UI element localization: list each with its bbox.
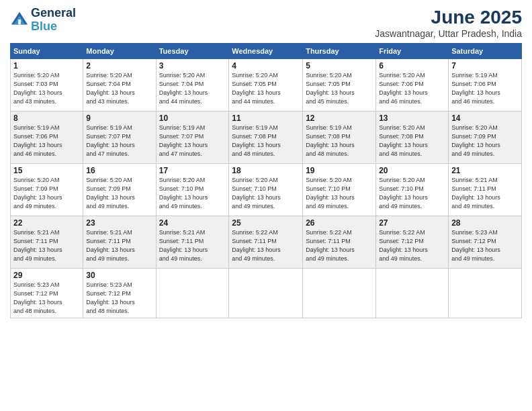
day-info: Sunrise: 5:20 AM Sunset: 7:09 PM Dayligh… bbox=[86, 176, 152, 211]
calendar-cell bbox=[449, 269, 522, 318]
day-number: 4 bbox=[232, 61, 300, 71]
day-number: 26 bbox=[306, 218, 373, 228]
calendar: SundayMondayTuesdayWednesdayThursdayFrid… bbox=[10, 43, 522, 318]
day-info: Sunrise: 5:21 AM Sunset: 7:11 PM Dayligh… bbox=[86, 228, 152, 263]
day-number: 8 bbox=[13, 113, 80, 123]
calendar-cell: 2Sunrise: 5:20 AM Sunset: 7:04 PM Daylig… bbox=[83, 59, 156, 111]
day-info: Sunrise: 5:19 AM Sunset: 7:08 PM Dayligh… bbox=[306, 124, 373, 158]
col-header-tuesday: Tuesday bbox=[156, 44, 229, 59]
calendar-cell: 19Sunrise: 5:20 AM Sunset: 7:10 PM Dayli… bbox=[303, 164, 376, 216]
calendar-cell: 1Sunrise: 5:20 AM Sunset: 7:03 PM Daylig… bbox=[11, 59, 83, 111]
day-info: Sunrise: 5:20 AM Sunset: 7:03 PM Dayligh… bbox=[13, 71, 80, 106]
day-info: Sunrise: 5:23 AM Sunset: 7:12 PM Dayligh… bbox=[86, 281, 152, 316]
calendar-cell: 13Sunrise: 5:20 AM Sunset: 7:08 PM Dayli… bbox=[376, 111, 449, 164]
day-info: Sunrise: 5:21 AM Sunset: 7:11 PM Dayligh… bbox=[159, 228, 226, 263]
calendar-cell bbox=[303, 269, 376, 318]
calendar-cell: 4Sunrise: 5:20 AM Sunset: 7:05 PM Daylig… bbox=[229, 59, 303, 111]
day-info: Sunrise: 5:20 AM Sunset: 7:04 PM Dayligh… bbox=[159, 71, 226, 106]
calendar-cell: 8Sunrise: 5:19 AM Sunset: 7:06 PM Daylig… bbox=[11, 111, 83, 164]
day-number: 24 bbox=[159, 218, 226, 228]
day-number: 16 bbox=[86, 166, 152, 175]
day-number: 1 bbox=[13, 61, 80, 71]
day-number: 18 bbox=[232, 166, 300, 175]
location: Jaswantnagar, Uttar Pradesh, India bbox=[375, 28, 522, 39]
calendar-cell: 25Sunrise: 5:22 AM Sunset: 7:11 PM Dayli… bbox=[229, 216, 303, 269]
calendar-cell: 17Sunrise: 5:20 AM Sunset: 7:10 PM Dayli… bbox=[156, 164, 229, 216]
calendar-cell: 6Sunrise: 5:20 AM Sunset: 7:06 PM Daylig… bbox=[376, 59, 449, 111]
day-number: 29 bbox=[13, 271, 80, 280]
day-info: Sunrise: 5:20 AM Sunset: 7:09 PM Dayligh… bbox=[451, 124, 519, 158]
day-number: 20 bbox=[379, 166, 445, 175]
day-info: Sunrise: 5:22 AM Sunset: 7:11 PM Dayligh… bbox=[232, 228, 300, 263]
logo-icon bbox=[10, 11, 29, 30]
day-info: Sunrise: 5:19 AM Sunset: 7:07 PM Dayligh… bbox=[86, 124, 152, 158]
header: General Blue June 2025 Jaswantnagar, Utt… bbox=[10, 7, 522, 39]
day-number: 2 bbox=[86, 61, 152, 71]
week-row-5: 29Sunrise: 5:23 AM Sunset: 7:12 PM Dayli… bbox=[11, 269, 522, 318]
calendar-cell bbox=[376, 269, 449, 318]
calendar-cell: 23Sunrise: 5:21 AM Sunset: 7:11 PM Dayli… bbox=[83, 216, 156, 269]
calendar-cell bbox=[156, 269, 229, 318]
calendar-cell: 11Sunrise: 5:19 AM Sunset: 7:08 PM Dayli… bbox=[229, 111, 303, 164]
day-info: Sunrise: 5:19 AM Sunset: 7:07 PM Dayligh… bbox=[159, 124, 226, 158]
calendar-cell: 27Sunrise: 5:22 AM Sunset: 7:12 PM Dayli… bbox=[376, 216, 449, 269]
day-info: Sunrise: 5:22 AM Sunset: 7:11 PM Dayligh… bbox=[306, 228, 373, 263]
week-row-2: 8Sunrise: 5:19 AM Sunset: 7:06 PM Daylig… bbox=[11, 111, 522, 164]
day-number: 11 bbox=[232, 113, 300, 123]
day-info: Sunrise: 5:21 AM Sunset: 7:11 PM Dayligh… bbox=[13, 228, 80, 263]
month-title: June 2025 bbox=[375, 7, 522, 28]
day-info: Sunrise: 5:20 AM Sunset: 7:09 PM Dayligh… bbox=[13, 176, 80, 211]
calendar-cell bbox=[229, 269, 303, 318]
day-number: 6 bbox=[379, 61, 445, 71]
day-info: Sunrise: 5:20 AM Sunset: 7:06 PM Dayligh… bbox=[379, 71, 445, 106]
calendar-cell: 14Sunrise: 5:20 AM Sunset: 7:09 PM Dayli… bbox=[449, 111, 522, 164]
col-header-saturday: Saturday bbox=[449, 44, 522, 59]
col-header-wednesday: Wednesday bbox=[229, 44, 303, 59]
day-info: Sunrise: 5:21 AM Sunset: 7:11 PM Dayligh… bbox=[451, 176, 519, 211]
calendar-cell: 5Sunrise: 5:20 AM Sunset: 7:05 PM Daylig… bbox=[303, 59, 376, 111]
logo-line1: General bbox=[31, 7, 76, 20]
week-row-1: 1Sunrise: 5:20 AM Sunset: 7:03 PM Daylig… bbox=[11, 59, 522, 111]
day-number: 22 bbox=[13, 218, 80, 228]
day-info: Sunrise: 5:23 AM Sunset: 7:12 PM Dayligh… bbox=[451, 228, 519, 263]
calendar-cell: 30Sunrise: 5:23 AM Sunset: 7:12 PM Dayli… bbox=[83, 269, 156, 318]
col-header-thursday: Thursday bbox=[303, 44, 376, 59]
calendar-cell: 18Sunrise: 5:20 AM Sunset: 7:10 PM Dayli… bbox=[229, 164, 303, 216]
calendar-cell: 29Sunrise: 5:23 AM Sunset: 7:12 PM Dayli… bbox=[11, 269, 83, 318]
day-info: Sunrise: 5:19 AM Sunset: 7:06 PM Dayligh… bbox=[13, 124, 80, 158]
day-info: Sunrise: 5:20 AM Sunset: 7:05 PM Dayligh… bbox=[232, 71, 300, 106]
day-info: Sunrise: 5:20 AM Sunset: 7:10 PM Dayligh… bbox=[232, 176, 300, 211]
day-info: Sunrise: 5:20 AM Sunset: 7:10 PM Dayligh… bbox=[379, 176, 445, 211]
week-row-4: 22Sunrise: 5:21 AM Sunset: 7:11 PM Dayli… bbox=[11, 216, 522, 269]
day-number: 5 bbox=[306, 61, 373, 71]
calendar-cell: 7Sunrise: 5:19 AM Sunset: 7:06 PM Daylig… bbox=[449, 59, 522, 111]
day-info: Sunrise: 5:19 AM Sunset: 7:08 PM Dayligh… bbox=[232, 124, 300, 158]
calendar-cell: 10Sunrise: 5:19 AM Sunset: 7:07 PM Dayli… bbox=[156, 111, 229, 164]
day-number: 13 bbox=[379, 113, 445, 123]
week-row-3: 15Sunrise: 5:20 AM Sunset: 7:09 PM Dayli… bbox=[11, 164, 522, 216]
day-number: 23 bbox=[86, 218, 152, 228]
title-block: June 2025 Jaswantnagar, Uttar Pradesh, I… bbox=[375, 7, 522, 39]
day-number: 30 bbox=[86, 271, 152, 280]
day-number: 14 bbox=[451, 113, 519, 123]
day-info: Sunrise: 5:23 AM Sunset: 7:12 PM Dayligh… bbox=[13, 281, 80, 316]
day-info: Sunrise: 5:20 AM Sunset: 7:10 PM Dayligh… bbox=[159, 176, 226, 211]
calendar-cell: 26Sunrise: 5:22 AM Sunset: 7:11 PM Dayli… bbox=[303, 216, 376, 269]
day-info: Sunrise: 5:22 AM Sunset: 7:12 PM Dayligh… bbox=[379, 228, 445, 263]
day-number: 17 bbox=[159, 166, 226, 175]
col-header-sunday: Sunday bbox=[11, 44, 83, 59]
calendar-cell: 15Sunrise: 5:20 AM Sunset: 7:09 PM Dayli… bbox=[11, 164, 83, 216]
calendar-cell: 21Sunrise: 5:21 AM Sunset: 7:11 PM Dayli… bbox=[449, 164, 522, 216]
logo: General Blue bbox=[10, 7, 76, 34]
day-number: 25 bbox=[232, 218, 300, 228]
day-number: 15 bbox=[13, 166, 80, 175]
day-info: Sunrise: 5:20 AM Sunset: 7:05 PM Dayligh… bbox=[306, 71, 373, 106]
logo-line2: Blue bbox=[31, 19, 57, 33]
calendar-header-row: SundayMondayTuesdayWednesdayThursdayFrid… bbox=[11, 44, 522, 59]
calendar-cell: 20Sunrise: 5:20 AM Sunset: 7:10 PM Dayli… bbox=[376, 164, 449, 216]
day-number: 28 bbox=[451, 218, 519, 228]
day-info: Sunrise: 5:20 AM Sunset: 7:04 PM Dayligh… bbox=[86, 71, 152, 106]
page: General Blue June 2025 Jaswantnagar, Utt… bbox=[0, 0, 532, 411]
day-number: 19 bbox=[306, 166, 373, 175]
calendar-cell: 12Sunrise: 5:19 AM Sunset: 7:08 PM Dayli… bbox=[303, 111, 376, 164]
